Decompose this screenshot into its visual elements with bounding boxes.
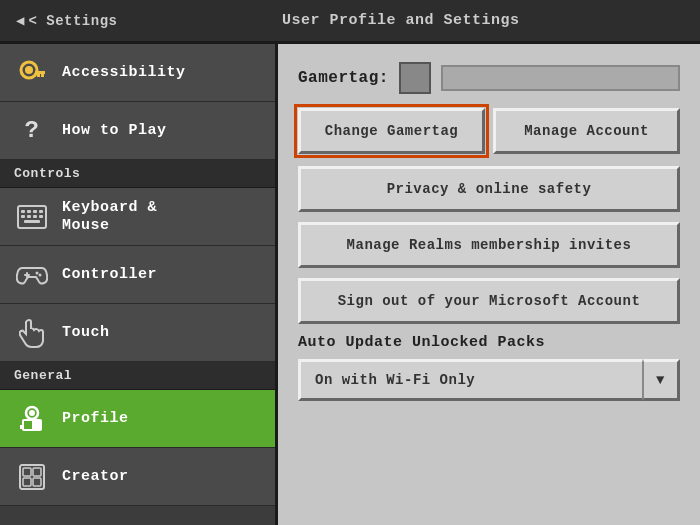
sidebar-item-touch[interactable]: Touch	[0, 304, 275, 362]
dropdown-arrow-icon[interactable]: ▼	[643, 359, 680, 401]
header: ◀ < Settings User Profile and Settings	[0, 0, 700, 44]
svg-point-26	[29, 410, 35, 416]
svg-rect-21	[24, 425, 28, 429]
svg-rect-24	[20, 425, 24, 429]
sidebar-item-creator[interactable]: Creator	[0, 448, 275, 506]
sign-out-button[interactable]: Sign out of your Microsoft Account	[298, 278, 680, 324]
svg-point-17	[36, 271, 39, 274]
sidebar-item-how-to-play[interactable]: ? How to Play	[0, 102, 275, 160]
sidebar-profile-label: Profile	[62, 410, 129, 428]
svg-rect-12	[33, 215, 37, 218]
svg-rect-29	[33, 468, 41, 476]
general-section-header: General	[0, 362, 275, 390]
svg-rect-22	[28, 421, 32, 425]
sidebar-keyboard-mouse-label: Keyboard &Mouse	[62, 199, 157, 235]
auto-update-dropdown[interactable]: On with Wi-Fi Only ▼	[298, 359, 680, 401]
svg-point-1	[25, 66, 33, 74]
manage-realms-button[interactable]: Manage Realms membership invites	[298, 222, 680, 268]
svg-rect-10	[21, 215, 25, 218]
right-panel: Gamertag: Change Gamertag Manage Account…	[278, 44, 700, 525]
svg-rect-4	[37, 74, 40, 77]
gamertag-avatar	[399, 62, 431, 94]
svg-rect-23	[28, 425, 32, 429]
sidebar-item-keyboard-mouse[interactable]: Keyboard &Mouse	[0, 188, 275, 246]
manage-account-button[interactable]: Manage Account	[493, 108, 680, 154]
change-gamertag-button[interactable]: Change Gamertag	[298, 108, 485, 154]
key-icon	[14, 55, 50, 91]
svg-rect-7	[27, 210, 31, 213]
back-button[interactable]: ◀ < Settings	[16, 12, 117, 29]
sidebar-accessibility-label: Accessibility	[62, 64, 186, 82]
svg-rect-13	[39, 215, 43, 218]
main-layout: Accessibility ? How to Play Controls	[0, 44, 700, 525]
sidebar-controller-label: Controller	[62, 266, 157, 284]
svg-rect-11	[27, 215, 31, 218]
profile-icon	[14, 401, 50, 437]
svg-rect-3	[41, 74, 44, 77]
header-title: User Profile and Settings	[117, 12, 684, 29]
controller-icon	[14, 257, 50, 293]
sidebar-item-controller[interactable]: Controller	[0, 246, 275, 304]
back-arrow-icon: ◀	[16, 12, 24, 29]
svg-rect-16	[24, 274, 30, 276]
svg-rect-31	[33, 478, 41, 486]
touch-icon	[14, 315, 50, 351]
auto-update-label: Auto Update Unlocked Packs	[298, 334, 680, 351]
gamertag-label: Gamertag:	[298, 69, 389, 87]
svg-rect-30	[23, 478, 31, 486]
dropdown-current-value: On with Wi-Fi Only	[298, 359, 643, 401]
keyboard-icon	[14, 199, 50, 235]
svg-rect-9	[39, 210, 43, 213]
svg-rect-2	[35, 71, 45, 74]
sidebar-creator-label: Creator	[62, 468, 129, 486]
gamertag-row: Gamertag:	[298, 62, 680, 94]
gamertag-action-row: Change Gamertag Manage Account	[298, 108, 680, 154]
question-icon: ?	[14, 113, 50, 149]
privacy-button[interactable]: Privacy & online safety	[298, 166, 680, 212]
sidebar-how-to-play-label: How to Play	[62, 122, 167, 140]
back-label: < Settings	[28, 13, 117, 29]
svg-rect-20	[24, 421, 28, 425]
svg-rect-28	[23, 468, 31, 476]
svg-point-18	[39, 273, 42, 276]
sidebar-item-accessibility[interactable]: Accessibility	[0, 44, 275, 102]
svg-rect-8	[33, 210, 37, 213]
gamertag-name-bar	[441, 65, 680, 91]
creator-icon	[14, 459, 50, 495]
svg-rect-14	[24, 220, 40, 223]
sidebar: Accessibility ? How to Play Controls	[0, 44, 278, 525]
svg-rect-6	[21, 210, 25, 213]
controls-section-header: Controls	[0, 160, 275, 188]
sidebar-item-profile[interactable]: Profile	[0, 390, 275, 448]
sidebar-touch-label: Touch	[62, 324, 110, 342]
